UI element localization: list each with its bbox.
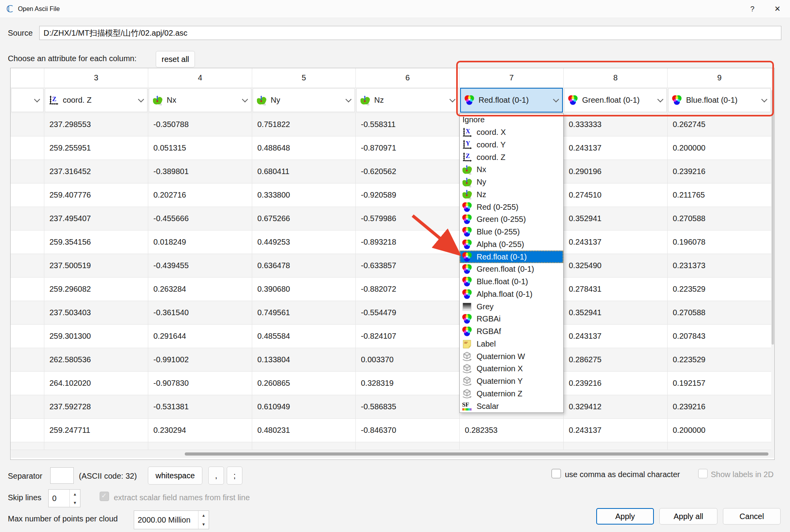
dropdown-item[interactable]: Green.float (0-1) (460, 263, 563, 276)
help-button[interactable]: ? (740, 0, 765, 18)
dropdown-item-label: coord. Y (477, 140, 506, 149)
table-cell: 0.200000 (668, 136, 772, 160)
dropdown-item[interactable]: Red.float (0-1) (460, 251, 563, 263)
table-cell: -0.633857 (356, 254, 460, 278)
attribute-combo[interactable]: Zcoord. Z (45, 88, 147, 112)
source-path-input[interactable] (39, 26, 781, 40)
table-cell: 0.325490 (564, 254, 668, 278)
apply-all-button[interactable]: Apply all (659, 508, 717, 525)
dropdown-item[interactable]: Ignore (460, 114, 563, 126)
horizontal-scrollbar[interactable] (11, 450, 774, 458)
dropdown-item[interactable]: Quaternion Y (460, 375, 563, 388)
dropdown-item[interactable]: SF Scalar (460, 400, 563, 412)
row-leader-cell (11, 113, 44, 136)
row-leader-cell (11, 348, 44, 372)
attribute-combo[interactable] (11, 88, 44, 112)
svg-text:n: n (469, 196, 471, 200)
table-cell: 259.354156 (44, 231, 148, 254)
dropdown-item[interactable]: Ycoord. Y (460, 139, 563, 151)
spin-up-icon[interactable]: ▲ (198, 511, 209, 520)
close-button[interactable]: ✕ (765, 0, 790, 18)
dropdown-item[interactable]: nNy (460, 176, 563, 189)
attribute-combo[interactable]: Red.float (0-1) (460, 88, 563, 113)
max-points-spinner[interactable]: 2000.00 Million ▲▼ (134, 510, 209, 529)
source-label: Source (8, 29, 33, 38)
dropdown-item[interactable]: Xcoord. X (460, 126, 563, 139)
column-header: 9 (668, 68, 772, 88)
table-cell: 0.270588 (668, 301, 772, 325)
attribute-combo[interactable]: nNy (253, 88, 355, 112)
attribute-combo[interactable]: nNz (356, 88, 459, 112)
scalar-icon: SF (461, 401, 473, 412)
table-cell: 0.230294 (148, 419, 252, 442)
cancel-button[interactable]: Cancel (723, 508, 781, 525)
table-cell: 0.262745 (668, 113, 772, 136)
combo-cell: nNz (356, 88, 460, 113)
dropdown-item[interactable]: Zcoord. Z (460, 151, 563, 163)
table-cell: 0.243137 (564, 231, 668, 254)
svg-text:Z: Z (466, 153, 470, 159)
skip-lines-spinner[interactable]: 0 ▲▼ (48, 489, 80, 507)
dropdown-item[interactable]: Alpha (0-255) (460, 238, 563, 251)
extract-scalar-label: extract scalar field names from first li… (114, 493, 250, 502)
row-leader-cell (11, 301, 44, 325)
dropdown-item[interactable]: Quaternion W (460, 350, 563, 363)
table-cell: 0.333333 (564, 113, 668, 136)
dropdown-item[interactable]: nNz (460, 189, 563, 201)
dropdown-item-label: Green (0-255) (477, 215, 526, 224)
dropdown-item[interactable]: Green (0-255) (460, 213, 563, 226)
table-cell: 259.301300 (44, 325, 148, 348)
apply-button[interactable]: Apply (596, 508, 654, 525)
dropdown-item[interactable]: RGBAf (460, 325, 563, 338)
spin-down-icon[interactable]: ▼ (198, 520, 209, 529)
use-comma-decimal-checkbox[interactable] (552, 469, 561, 478)
vertical-scrollbar[interactable] (771, 68, 774, 450)
attribute-combo[interactable]: nNx (149, 88, 251, 112)
dropdown-item-label: coord. X (477, 128, 506, 137)
spin-down-icon[interactable]: ▼ (70, 498, 80, 507)
table-cell: 0.003370 (356, 348, 460, 372)
column-table: 3456789 Zcoord. Z nNx nNy nNz Red.float … (11, 68, 772, 450)
spin-up-icon[interactable]: ▲ (70, 490, 80, 498)
row-leader-cell (11, 325, 44, 348)
grey-icon (461, 301, 473, 312)
table-cell: -0.554479 (356, 301, 460, 325)
dropdown-item-label: RGBAi (477, 314, 501, 323)
skip-lines-spin-arrows[interactable]: ▲▼ (69, 490, 80, 507)
table-cell: 0.133804 (252, 348, 356, 372)
separator-input[interactable] (50, 467, 74, 484)
reset-all-button[interactable]: reset all (156, 51, 195, 67)
combo-label: Green.float (0-1) (582, 96, 640, 105)
dropdown-item[interactable]: Alpha.float (0-1) (460, 288, 563, 301)
dropdown-item[interactable]: Red (0-255) (460, 201, 563, 213)
dropdown-item[interactable]: RGBAi (460, 313, 563, 325)
rgb-icon (461, 202, 473, 212)
dropdown-item[interactable]: Quaternion X (460, 363, 563, 375)
table-cell: 0.286275 (564, 348, 668, 372)
whitespace-button[interactable]: whitespace (148, 467, 202, 485)
vertical-scrollbar-thumb[interactable] (772, 90, 774, 345)
dropdown-item[interactable]: Quaternion Z (460, 388, 563, 400)
dropdown-item[interactable]: Grey (460, 300, 563, 313)
svg-text:Y: Y (466, 140, 470, 147)
rgb-icon (461, 276, 473, 287)
column-header (11, 68, 44, 88)
horizontal-scrollbar-thumb[interactable] (185, 452, 768, 456)
table-cell: 0.485584 (252, 325, 356, 348)
dropdown-item[interactable]: Label (460, 338, 563, 350)
table-cell: 237.495407 (44, 207, 148, 231)
dropdown-item[interactable]: nNx (460, 163, 563, 176)
max-points-spin-arrows[interactable]: ▲▼ (198, 511, 209, 529)
dropdown-item[interactable]: Blue.float (0-1) (460, 276, 563, 288)
use-comma-decimal-label: use comma as decimal character (565, 470, 680, 479)
semicolon-separator-button[interactable]: ; (227, 467, 242, 485)
chevron-down-icon (346, 96, 352, 103)
attribute-combo[interactable]: Blue.float (0-1) (668, 88, 771, 112)
table-cell: 0.243137 (564, 325, 668, 348)
max-points-value: 2000.00 Million (134, 511, 198, 529)
dropdown-item[interactable]: Blue (0-255) (460, 226, 563, 238)
table-cell: -0.586835 (356, 395, 460, 419)
attribute-combo[interactable]: Green.float (0-1) (564, 88, 667, 112)
table-cell: 0.675266 (252, 207, 356, 231)
comma-separator-button[interactable]: , (208, 467, 224, 485)
